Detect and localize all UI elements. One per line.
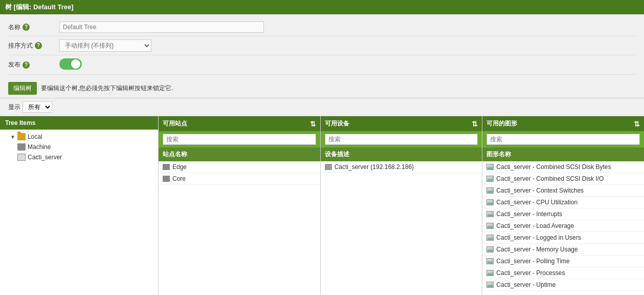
display-select[interactable]: 所有 (23, 101, 52, 113)
name-help-icon[interactable]: ? (23, 24, 30, 31)
tree-item-label: Cacti_server (28, 154, 62, 161)
graphs-arrows[interactable]: ⇅ (634, 120, 640, 128)
graph-label: Cacti_server - Context Switches (496, 187, 584, 194)
devices-search-input[interactable] (325, 134, 478, 145)
columns-area: 可用站点 ⇅ 站点名称 Edge Core (159, 116, 644, 295)
graphs-search-input[interactable] (486, 134, 640, 145)
device-label: Cacti_server (192.168.2.186) (335, 163, 414, 171)
graphs-header: 可用的图形 ⇅ (482, 116, 644, 131)
devices-header: 可用设备 ⇅ (321, 116, 482, 131)
publish-toggle[interactable] (59, 58, 82, 70)
sites-search-input[interactable] (163, 134, 316, 145)
form-area: 名称 ? 排序方式 ? 手动排列 (不排列) 发布 ? (0, 14, 644, 79)
list-item[interactable]: Cacti_server - Processes (482, 267, 644, 279)
devices-arrows[interactable]: ⇅ (472, 120, 478, 128)
graph-label: Cacti_server - Load Average (496, 222, 574, 229)
graph-thumb-icon (486, 187, 494, 194)
graph-label: Cacti_server - Combined SCSI Disk Bytes (496, 163, 611, 171)
arrow-icon: ▼ (10, 134, 15, 140)
list-item[interactable]: Cacti_server - CPU Utilization (482, 197, 644, 208)
graph-thumb-icon (486, 199, 494, 205)
graph-label: Cacti_server - Combined SCSI Disk I/O (496, 175, 604, 182)
sites-arrows[interactable]: ⇅ (310, 120, 316, 128)
list-item[interactable]: Cacti_server - Interrupts (482, 208, 644, 220)
tree-item-cacti-server[interactable]: Cacti_server (0, 152, 158, 162)
list-item[interactable]: Cacti_server - Load Average (482, 220, 644, 232)
name-field (59, 22, 636, 33)
sites-subheader: 站点名称 (159, 148, 320, 161)
name-input[interactable] (59, 22, 264, 33)
graphs-column: 可用的图形 ⇅ 图形名称 Cacti_server - Combined SCS… (482, 116, 644, 295)
sites-header: 可用站点 ⇅ (159, 116, 320, 131)
graph-label: Cacti_server - Memory Usage (496, 246, 578, 253)
sites-search-bar (159, 131, 320, 148)
sites-list: Edge Core (159, 161, 320, 295)
devices-column: 可用设备 ⇅ 设备描述 Cacti_server (192.168.2.186) (321, 116, 483, 295)
site-label: Edge (172, 163, 187, 171)
display-label: 显示 (8, 103, 20, 112)
graph-label: Cacti_server - Uptime (496, 281, 556, 288)
graph-label: Cacti_server - Polling Time (496, 258, 569, 265)
site-label: Core (172, 175, 186, 182)
sort-help-icon[interactable]: ? (35, 42, 42, 49)
graph-label: Cacti_server - Interrupts (496, 210, 562, 218)
publish-row: 发布 ? (8, 55, 636, 75)
tree-item-label: Machine (28, 143, 51, 151)
action-hint: 要编辑这个树,您必须先按下编辑树按钮来锁定它. (41, 84, 173, 93)
title-text: 树 [编辑: Default Tree] (5, 3, 74, 11)
list-item[interactable]: Cacti_server - Combined SCSI Disk I/O (482, 173, 644, 185)
graph-thumb-icon (486, 282, 494, 288)
graphs-list: Cacti_server - Combined SCSI Disk Bytes … (482, 161, 644, 295)
list-item[interactable]: Cacti_server - Combined SCSI Disk Bytes (482, 161, 644, 173)
graph-thumb-icon (486, 246, 494, 252)
tree-item-local[interactable]: ▼ Local (0, 132, 158, 142)
publish-label: 发布 ? (8, 60, 59, 69)
list-item[interactable]: Edge (159, 161, 320, 173)
graph-thumb-icon (486, 164, 494, 170)
graph-icon (17, 154, 26, 161)
list-item[interactable]: Cacti_server - Context Switches (482, 185, 644, 197)
folder-icon (17, 133, 26, 140)
list-item[interactable]: Cacti_server - Logged in Users (482, 232, 644, 244)
tree-item-machine[interactable]: Machine (0, 142, 158, 152)
display-bar: 显示 所有 (0, 98, 644, 116)
devices-list: Cacti_server (192.168.2.186) (321, 161, 482, 295)
sites-column: 可用站点 ⇅ 站点名称 Edge Core (159, 116, 321, 295)
site-icon (163, 164, 170, 170)
graphs-search-bar (482, 131, 644, 148)
site-icon (163, 176, 170, 182)
graph-thumb-icon (486, 258, 494, 264)
tree-header: Tree Items (0, 116, 158, 130)
tree-panel: Tree Items ▼ Local Machine Cacti_server (0, 116, 159, 295)
sort-field: 手动排列 (不排列) (59, 39, 636, 52)
name-label: 名称 ? (8, 23, 59, 32)
machine-icon (17, 143, 26, 151)
title-bar: 树 [编辑: Default Tree] (0, 0, 644, 14)
tree-item-label: Local (28, 133, 42, 140)
sort-row: 排序方式 ? 手动排列 (不排列) (8, 36, 636, 55)
list-item[interactable]: Cacti_server (192.168.2.186) (321, 161, 482, 173)
action-bar: 编辑树 要编辑这个树,您必须先按下编辑树按钮来锁定它. (0, 79, 644, 98)
graph-thumb-icon (486, 270, 494, 276)
graph-thumb-icon (486, 223, 494, 229)
edit-tree-button[interactable]: 编辑树 (8, 82, 37, 95)
devices-search-bar (321, 131, 482, 148)
device-icon (325, 164, 332, 170)
list-item[interactable]: Cacti_server - Memory Usage (482, 244, 644, 256)
list-item[interactable]: Core (159, 173, 320, 185)
graph-thumb-icon (486, 211, 494, 217)
sort-select[interactable]: 手动排列 (不排列) (59, 39, 151, 52)
publish-help-icon[interactable]: ? (23, 61, 30, 69)
tree-body: ▼ Local Machine Cacti_server (0, 130, 158, 164)
name-row: 名称 ? (8, 18, 636, 36)
graph-thumb-icon (486, 176, 494, 182)
sort-label: 排序方式 ? (8, 41, 59, 50)
devices-subheader: 设备描述 (321, 148, 482, 161)
graphs-subheader: 图形名称 (482, 148, 644, 161)
list-item[interactable]: Cacti_server - Polling Time (482, 256, 644, 267)
graph-thumb-icon (486, 235, 494, 241)
publish-field (59, 58, 636, 71)
list-item[interactable]: Cacti_server - Uptime (482, 279, 644, 291)
graph-label: Cacti_server - Logged in Users (496, 234, 581, 241)
main-content: Tree Items ▼ Local Machine Cacti_server … (0, 116, 644, 295)
